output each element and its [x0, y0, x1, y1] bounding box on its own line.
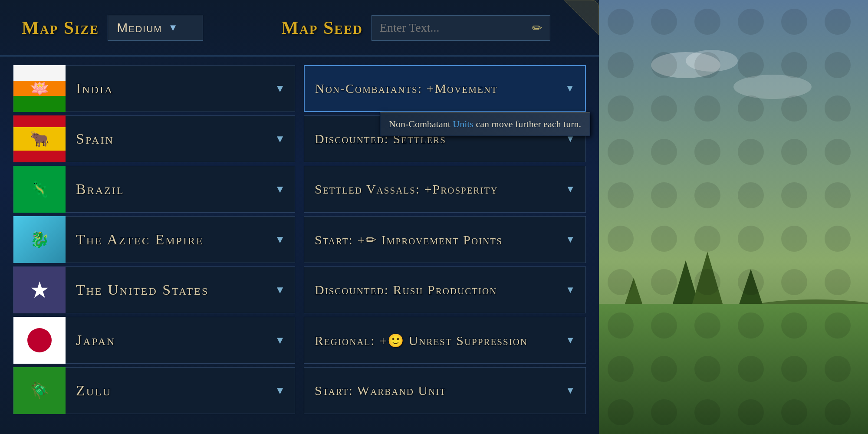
civ-name-spain: Spain — [66, 131, 275, 147]
civ-row-spain[interactable]: 🐂 Spain ▼ — [13, 115, 295, 162]
tooltip-highlighted-word: Units — [453, 118, 473, 129]
landscape-illustration — [599, 0, 868, 434]
zulu-icon: 🪲 — [30, 381, 49, 400]
aztec-dropdown-icon: ▼ — [275, 234, 295, 246]
flag-aztec: 🐉 — [13, 216, 66, 263]
flag-india: 🪷 — [13, 65, 66, 112]
main-panel: Map Size Medium ▼ Map Seed ✏ 🪷 India — [0, 0, 599, 434]
settled-vassals-dropdown-icon: ▼ — [559, 184, 575, 195]
map-size-arrow-icon: ▼ — [168, 22, 179, 33]
flag-usa: ★ — [13, 266, 66, 313]
civ-row-zulu[interactable]: 🪲 Zulu ▼ — [13, 367, 295, 414]
usa-star-icon: ★ — [30, 277, 50, 303]
japan-dropdown-icon: ▼ — [275, 335, 295, 346]
flag-brazil: 🦎 — [13, 166, 66, 213]
civ-row-usa[interactable]: ★ The United States ▼ — [13, 266, 295, 313]
civ-name-aztec: The Aztec Empire — [66, 231, 275, 248]
civ-row-aztec[interactable]: 🐉 The Aztec Empire ▼ — [13, 216, 295, 263]
ability-row-non-combatants[interactable]: Non-Combatants: +Movement ▼ — [304, 65, 586, 112]
svg-marker-5 — [692, 252, 723, 304]
ability-name-regional-unrest: Regional: +🙂 Unrest Suppression — [315, 333, 559, 348]
civ-name-japan: Japan — [66, 332, 275, 349]
svg-point-1 — [599, 304, 868, 434]
ability-row-start-warband[interactable]: Start: Warband Unit ▼ — [304, 367, 586, 414]
civ-row-india[interactable]: 🪷 India ▼ — [13, 65, 295, 112]
map-seed-section: Map Seed ✏ — [281, 15, 550, 41]
top-bar: Map Size Medium ▼ Map Seed ✏ — [0, 0, 599, 56]
svg-point-2 — [642, 299, 868, 434]
flag-zulu: 🪲 — [13, 367, 66, 414]
zulu-dropdown-icon: ▼ — [275, 385, 295, 397]
civ-row-brazil[interactable]: 🦎 Brazil ▼ — [13, 166, 295, 213]
svg-marker-4 — [673, 260, 699, 304]
svg-point-3 — [599, 334, 773, 434]
map-seed-label: Map Seed — [281, 17, 363, 38]
left-column: 🪷 India ▼ 🐂 Spain ▼ 🦎 Brazil ▼ — [13, 65, 295, 425]
svg-point-10 — [686, 50, 738, 72]
map-size-dropdown[interactable]: Medium ▼ — [108, 15, 203, 41]
map-size-label: Map Size — [22, 17, 99, 38]
svg-marker-6 — [738, 269, 764, 308]
start-improvement-dropdown-icon: ▼ — [559, 234, 575, 245]
tooltip-non-combatants: Non-Combatant Units can move further eac… — [380, 112, 590, 136]
spain-icon: 🐂 — [30, 130, 49, 148]
civ-row-japan[interactable]: Japan ▼ — [13, 317, 295, 364]
india-icon: 🪷 — [30, 79, 49, 98]
ability-row-start-improvement[interactable]: Start: +✏ Improvement Points ▼ — [304, 216, 586, 263]
ability-row-settled-vassals[interactable]: Settled Vassals: +Prosperity ▼ — [304, 166, 586, 213]
svg-rect-8 — [599, 304, 868, 434]
japan-circle-icon — [27, 328, 52, 352]
map-size-section: Map Size Medium ▼ — [22, 15, 203, 41]
seed-input[interactable] — [380, 21, 526, 35]
ability-name-settled-vassals: Settled Vassals: +Prosperity — [315, 182, 559, 197]
aztec-icon: 🐉 — [30, 230, 49, 249]
spain-dropdown-icon: ▼ — [275, 133, 295, 145]
pencil-icon: ✏ — [532, 21, 542, 35]
ability-name-non-combatants: Non-Combatants: +Movement — [315, 81, 559, 96]
content-area: 🪷 India ▼ 🐂 Spain ▼ 🦎 Brazil ▼ — [0, 56, 599, 434]
discounted-rush-dropdown-icon: ▼ — [559, 284, 575, 296]
non-combatants-dropdown-icon: ▼ — [559, 83, 575, 94]
ability-name-start-improvement: Start: +✏ Improvement Points — [315, 232, 559, 247]
svg-rect-0 — [599, 0, 868, 434]
tooltip-text-before: Non-Combatant — [389, 118, 453, 129]
ability-row-discounted-rush[interactable]: Discounted: Rush Production ▼ — [304, 266, 586, 313]
civ-name-zulu: Zulu — [66, 382, 275, 399]
regional-unrest-dropdown-icon: ▼ — [559, 335, 575, 346]
civ-name-usa: The United States — [66, 282, 275, 298]
civ-name-india: India — [66, 80, 275, 97]
corner-decoration — [564, 0, 599, 35]
tooltip-text-after: can move further each turn. — [473, 118, 581, 129]
usa-dropdown-icon: ▼ — [275, 284, 295, 296]
flag-japan — [13, 317, 66, 364]
ability-name-start-warband: Start: Warband Unit — [315, 383, 559, 398]
side-panel — [599, 0, 868, 434]
svg-point-9 — [651, 52, 720, 78]
civ-name-brazil: Brazil — [66, 181, 275, 197]
start-warband-dropdown-icon: ▼ — [559, 385, 575, 396]
ability-row-regional-unrest[interactable]: Regional: +🙂 Unrest Suppression ▼ — [304, 317, 586, 364]
seed-input-wrapper: ✏ — [372, 15, 550, 41]
map-size-value: Medium — [117, 20, 162, 35]
svg-point-11 — [733, 75, 812, 99]
right-column: Non-Combatants: +Movement ▼ Non-Combatan… — [304, 65, 586, 425]
brazil-icon: 🦎 — [30, 180, 49, 198]
ability-name-discounted-rush: Discounted: Rush Production — [315, 283, 559, 297]
india-dropdown-icon: ▼ — [275, 83, 295, 95]
flag-spain: 🐂 — [13, 115, 66, 162]
svg-marker-7 — [621, 278, 647, 317]
brazil-dropdown-icon: ▼ — [275, 184, 295, 195]
